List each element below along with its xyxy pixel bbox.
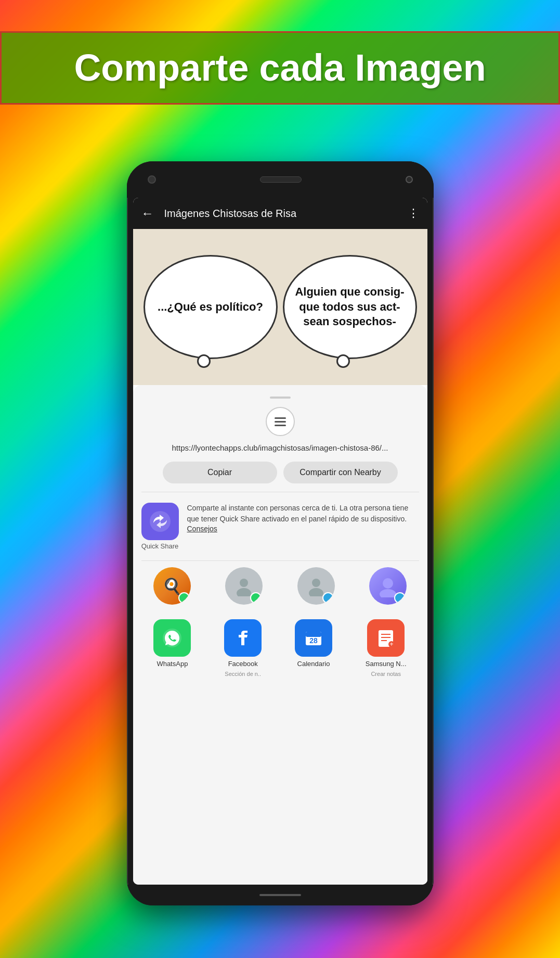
svg-point-1 [240, 579, 248, 587]
speech-bubble-1: ...¿Qué es político? [144, 255, 278, 359]
person-icon [233, 576, 254, 596]
speaker-icon [260, 176, 302, 183]
whatsapp-badge-icon [178, 592, 190, 604]
handle-bar [270, 397, 291, 399]
app-header: ← Imágenes Chistosas de Risa ⋮ [133, 198, 427, 229]
person-icon-2 [306, 576, 327, 596]
list-item[interactable]: Facebook Sección de n.. [224, 619, 262, 677]
quick-share-icon-wrapper: Quick Share [141, 503, 179, 550]
svg-rect-11 [310, 631, 311, 633]
quick-share-description: Comparte al instante con personas cerca … [187, 503, 419, 525]
list-item[interactable] [369, 567, 407, 605]
home-indicator [259, 894, 301, 896]
share-nearby-button[interactable]: Compartir con Nearby [283, 462, 398, 483]
comic-bubbles: ...¿Qué es político? Alguien que consig-… [133, 229, 427, 385]
avatar: 🍳 [153, 567, 191, 605]
app-label: WhatsApp [157, 660, 188, 668]
app-grid: WhatsApp Facebook Sección de n.. [133, 611, 427, 685]
banner-text: Comparte cada Imagen [22, 47, 538, 88]
calendar-app-icon: 28 [295, 619, 332, 657]
whatsapp-badge-2-icon [250, 592, 262, 604]
calendar-logo-icon: 28 [302, 627, 325, 649]
svg-text:28: 28 [309, 636, 318, 645]
quick-share-info: Comparte al instante con personas cerca … [187, 503, 419, 533]
facebook-app-icon [224, 619, 262, 657]
more-options-button[interactable]: ⋮ [408, 207, 419, 220]
facebook-logo-icon [233, 627, 252, 649]
avatar [369, 567, 407, 605]
url-display: https://lyontechapps.club/imagchistosas/… [133, 440, 427, 462]
phone-bottom-bar [127, 885, 434, 905]
list-item[interactable] [225, 567, 263, 605]
action-buttons-row: Copiar Compartir con Nearby [133, 462, 427, 492]
list-item[interactable]: + Samsung N... Crear notas [366, 619, 407, 677]
samsung-notes-app-icon: + [367, 619, 405, 657]
svg-point-2 [237, 588, 251, 596]
svg-point-0 [150, 511, 171, 532]
quick-share-section: Quick Share Comparte al instante con per… [133, 492, 427, 560]
menu-icon-circle [266, 407, 295, 436]
phone-device: ← Imágenes Chistosas de Risa ⋮ ...¿Qué e… [127, 161, 434, 905]
svg-point-5 [383, 578, 393, 589]
list-item[interactable] [297, 567, 335, 605]
svg-point-4 [309, 588, 323, 596]
quick-share-tips-link[interactable]: Consejos [187, 525, 419, 533]
telegram-badge-2-icon [394, 592, 406, 604]
front-camera-icon [148, 175, 156, 184]
samsung-notes-logo-icon: + [374, 627, 397, 649]
share-bottom-sheet: https://lyontechapps.club/imagchistosas/… [133, 385, 427, 885]
app-sublabel: Crear notas [371, 671, 400, 677]
whatsapp-logo-icon [161, 627, 184, 649]
copy-button[interactable]: Copiar [163, 462, 277, 483]
list-item[interactable]: WhatsApp [153, 619, 191, 677]
telegram-badge-icon [322, 592, 334, 604]
speech-bubble-2: Alguien que consig- que todos sus act- s… [283, 255, 417, 359]
whatsapp-app-icon [153, 619, 191, 657]
list-item[interactable]: 28 Calendario [295, 619, 332, 677]
quick-share-label: Quick Share [141, 542, 179, 550]
app-label: Samsung N... [366, 660, 407, 668]
quick-share-logo-icon [147, 508, 173, 534]
comic-image-area: ...¿Qué es político? Alguien que consig-… [133, 229, 427, 385]
svg-point-6 [380, 589, 396, 597]
phone-top-bar [127, 161, 434, 198]
quick-share-icon [141, 503, 179, 540]
hamburger-icon [275, 417, 286, 426]
list-item[interactable]: 🍳 [153, 567, 191, 605]
contacts-row: 🍳 [133, 561, 427, 611]
phone-screen: ← Imágenes Chistosas de Risa ⋮ ...¿Qué e… [133, 198, 427, 885]
avatar [225, 567, 263, 605]
svg-text:+: + [390, 641, 394, 648]
app-label: Facebook [228, 660, 258, 668]
sheet-handle [133, 385, 427, 407]
app-sublabel: Sección de n.. [225, 671, 261, 677]
front-camera-2-icon [406, 176, 413, 183]
promo-banner: Comparte cada Imagen [0, 31, 560, 105]
svg-rect-12 [316, 631, 317, 633]
avatar [297, 567, 335, 605]
back-button[interactable]: ← [141, 206, 154, 221]
app-label: Calendario [297, 660, 330, 668]
svg-point-3 [312, 579, 320, 587]
page-title: Imágenes Chistosas de Risa [164, 208, 397, 220]
